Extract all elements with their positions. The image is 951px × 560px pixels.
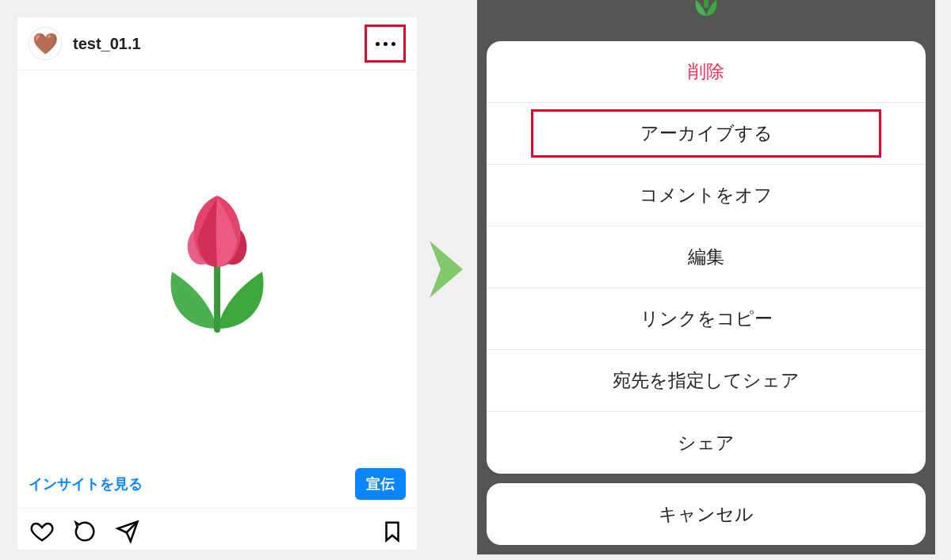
post-image[interactable] xyxy=(17,70,417,463)
like-button[interactable] xyxy=(29,518,55,545)
svg-rect-0 xyxy=(214,257,220,333)
insights-row: インサイトを見る 宣伝 xyxy=(17,463,417,509)
action-sheet: 削除 アーカイブする コメントをオフ 編集 リンクをコピー 宛先を指定してシェア… xyxy=(487,41,926,474)
bookmark-icon xyxy=(380,520,404,543)
comment-icon xyxy=(73,520,97,543)
menu-item-delete[interactable]: 削除 xyxy=(487,41,926,103)
menu-item-archive[interactable]: アーカイブする xyxy=(487,103,926,165)
tulip-icon xyxy=(158,194,277,341)
menu-item-comments-off[interactable]: コメントをオフ xyxy=(487,165,926,227)
more-options-icon xyxy=(376,42,395,46)
tulip-peek-icon xyxy=(694,0,718,19)
avatar[interactable]: 🤎 xyxy=(29,27,62,60)
svg-rect-1 xyxy=(704,0,708,8)
menu-item-share[interactable]: シェア xyxy=(487,412,926,474)
menu-item-label: シェア xyxy=(678,431,735,455)
username[interactable]: test_01.1 xyxy=(73,35,141,53)
action-sheet-backdrop: 削除 アーカイブする コメントをオフ 編集 リンクをコピー 宛先を指定してシェア… xyxy=(477,0,935,554)
menu-item-copy-link[interactable]: リンクをコピー xyxy=(487,288,926,350)
cancel-button[interactable]: キャンセル xyxy=(487,483,926,545)
menu-item-label: 編集 xyxy=(688,245,724,269)
comment-button[interactable] xyxy=(71,518,98,545)
post-header: 🤎 test_01.1 xyxy=(17,17,417,70)
view-insights-link[interactable]: インサイトを見る xyxy=(29,474,143,493)
menu-item-label: リンクをコピー xyxy=(640,307,773,331)
cancel-label: キャンセル xyxy=(659,502,754,527)
send-icon xyxy=(116,520,139,543)
menu-item-share-to[interactable]: 宛先を指定してシェア xyxy=(487,350,926,412)
promote-button[interactable]: 宣伝 xyxy=(355,468,406,500)
menu-item-label: アーカイブする xyxy=(640,121,773,146)
save-button[interactable] xyxy=(379,518,406,545)
menu-item-label: 宛先を指定してシェア xyxy=(613,368,800,393)
avatar-heart-icon: 🤎 xyxy=(32,33,58,54)
more-options-button[interactable] xyxy=(365,25,406,63)
post-actions xyxy=(17,509,417,550)
share-button[interactable] xyxy=(114,518,141,545)
menu-item-label: コメントをオフ xyxy=(640,183,773,208)
menu-item-edit[interactable]: 編集 xyxy=(487,227,926,288)
next-arrow-icon xyxy=(426,238,468,301)
menu-item-label: 削除 xyxy=(688,59,724,84)
instagram-post: 🤎 test_01.1 インサイトを見る 宣伝 xyxy=(17,17,417,550)
heart-icon xyxy=(30,520,54,543)
